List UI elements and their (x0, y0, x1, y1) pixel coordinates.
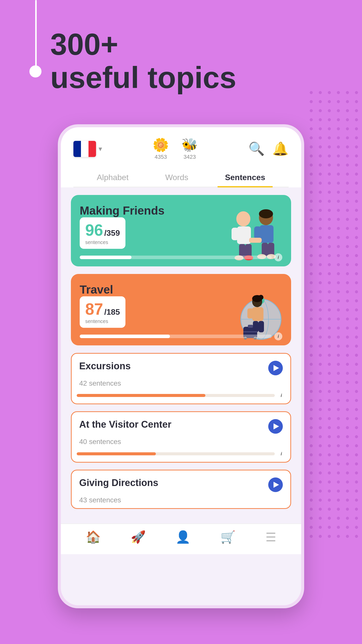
home-icon: 🏠 (86, 530, 101, 544)
visitor-center-play-button[interactable] (268, 419, 283, 434)
travel-title: Travel (80, 283, 282, 296)
flag-dropdown-arrow[interactable]: ▾ (99, 145, 102, 153)
visitor-center-progress-fill (77, 452, 156, 455)
excursions-title: Excursions (79, 361, 131, 372)
making-friends-main: Making Friends 96 /359 sentences (71, 195, 291, 266)
visitor-center-progress-bg (77, 452, 275, 455)
search-icon[interactable]: 🔍 (248, 141, 265, 156)
travel-label: sentences (85, 318, 108, 324)
excursions-header: Excursions (72, 354, 290, 379)
excursions-progress-row: i (72, 391, 290, 404)
app-content: Making Friends 96 /359 sentences (61, 187, 301, 524)
excursions-progress-fill (77, 394, 205, 397)
excursions-info-icon[interactable]: i (277, 391, 285, 399)
app-top-bar: ▾ 🌼 4353 🐝 3423 (73, 137, 289, 160)
travel-info-icon[interactable]: i (274, 332, 282, 340)
word-icons: 🌼 4353 🐝 3423 (153, 137, 198, 160)
nav-rocket[interactable]: 🚀 (131, 530, 146, 544)
giving-directions-title: Giving Directions (79, 477, 158, 488)
tab-words[interactable]: Words (158, 170, 196, 187)
header-area: 300+ useful topics (0, 0, 362, 109)
excursions-play-button[interactable] (268, 361, 283, 375)
travel-current: 87 (85, 300, 103, 318)
phone-mockup-wrapper: ▾ 🌼 4353 🐝 3423 (0, 124, 362, 608)
making-friends-stat-box: 96 /359 sentences (80, 217, 125, 249)
making-friends-progress-fill (80, 256, 131, 259)
bell-icon[interactable]: 🔔 (272, 141, 289, 156)
making-friends-fraction: /359 (104, 228, 120, 237)
bottom-nav: 🏠 🚀 👤 🛒 ☰ (61, 524, 301, 554)
making-friends-info-icon[interactable]: i (274, 253, 282, 261)
nav-tabs: Alphabet Words Sentences (73, 168, 289, 187)
making-friends-card[interactable]: Making Friends 96 /359 sentences (71, 195, 291, 266)
flag-white (81, 141, 88, 157)
travel-fraction: /185 (104, 307, 120, 316)
nav-menu[interactable]: ☰ (265, 530, 276, 544)
visitor-center-info-icon[interactable]: i (277, 450, 285, 458)
flower-count: 4353 (155, 154, 167, 160)
flag-red (88, 141, 96, 157)
giving-directions-header: Giving Directions (72, 470, 290, 496)
travel-stat-box: 87 /185 sentences (80, 296, 125, 328)
travel-progress-fill (80, 335, 170, 338)
rocket-icon: 🚀 (131, 530, 146, 544)
tab-alphabet[interactable]: Alphabet (89, 170, 136, 187)
bee-count-item: 🐝 3423 (182, 137, 198, 160)
giving-directions-play-button[interactable] (268, 477, 283, 492)
flag-container[interactable]: ▾ (73, 141, 102, 157)
nav-profile[interactable]: 👤 (175, 530, 191, 544)
phone-inner: ▾ 🌼 4353 🐝 3423 (61, 127, 301, 605)
flower-icon: 🌼 (153, 137, 169, 153)
phone-outer: ▾ 🌼 4353 🐝 3423 (58, 124, 304, 608)
hero-title: 300+ useful topics (50, 28, 362, 94)
app-header: ▾ 🌼 4353 🐝 3423 (61, 127, 301, 187)
visitor-center-header: At the Visitor Center (72, 412, 290, 438)
menu-icon: ☰ (265, 530, 276, 544)
bee-icon: 🐝 (182, 137, 198, 153)
cart-icon: 🛒 (220, 530, 236, 544)
visitor-center-card[interactable]: At the Visitor Center 40 sentences i (71, 411, 291, 463)
excursions-card[interactable]: Excursions 42 sentences i (71, 353, 291, 404)
visitor-center-progress-row: i (72, 450, 290, 462)
travel-progress-row: i (80, 332, 282, 340)
making-friends-progress-row: i (80, 253, 282, 261)
excursions-count: 42 sentences (72, 379, 290, 391)
giving-directions-count: 43 sentences (72, 496, 290, 508)
profile-icon: 👤 (175, 530, 191, 544)
making-friends-label: sentences (85, 239, 108, 245)
flag-blue (73, 141, 81, 157)
timeline-dot (29, 65, 41, 77)
tab-sentences[interactable]: Sentences (217, 170, 273, 187)
travel-main: Travel 87 /185 sentences (71, 274, 291, 345)
travel-card[interactable]: Travel 87 /185 sentences (71, 274, 291, 345)
making-friends-title: Making Friends (80, 204, 282, 217)
excursions-progress-bg (77, 394, 275, 397)
bee-count: 3423 (184, 154, 196, 160)
travel-progress-bg (80, 335, 272, 338)
timeline-line (35, 0, 37, 70)
nav-home[interactable]: 🏠 (86, 530, 101, 544)
french-flag (73, 141, 96, 157)
flower-count-item: 🌼 4353 (153, 137, 169, 160)
visitor-center-title: At the Visitor Center (79, 419, 171, 430)
visitor-center-count: 40 sentences (72, 438, 290, 450)
giving-directions-card[interactable]: Giving Directions 43 sentences (71, 470, 291, 509)
making-friends-current: 96 (85, 221, 103, 239)
making-friends-progress-bg (80, 256, 272, 259)
header-actions: 🔍 🔔 (248, 141, 289, 156)
nav-cart[interactable]: 🛒 (220, 530, 236, 544)
